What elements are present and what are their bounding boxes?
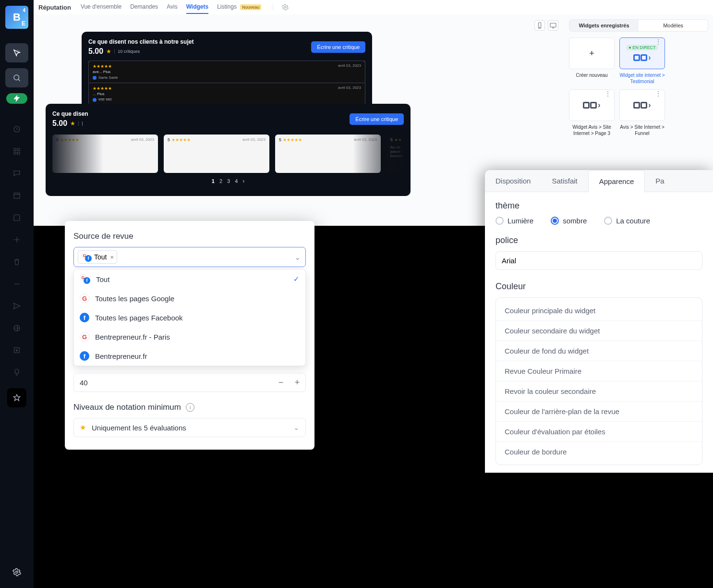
appearance-panel: Disposition Satisfait Apparence Pa thème…: [485, 170, 713, 473]
review-source-panel: Source de revue Gf Tout × ⌄ Gf Tout ✓ G …: [65, 221, 314, 450]
source-chip[interactable]: Gf Tout ×: [78, 250, 117, 264]
radio-dark[interactable]: sombre: [551, 217, 587, 225]
card-rating: 5: [168, 137, 170, 142]
review-card: 5 ★★★★★avril 03, 2023: [52, 135, 158, 173]
tab-more[interactable]: Pa: [645, 170, 675, 192]
google-facebook-icon: Gf: [80, 274, 90, 284]
tab-overview[interactable]: Vue d'ensemble: [81, 0, 121, 14]
tab-content[interactable]: Satisfait: [541, 170, 588, 192]
rating-value: Uniquement les 5 évaluations: [92, 424, 186, 432]
nav-calendar-icon[interactable]: [12, 191, 21, 200]
next-page-icon[interactable]: ›: [242, 178, 244, 184]
nav-sparkle-icon[interactable]: [12, 235, 21, 244]
more-icon[interactable]: ⋮: [655, 92, 662, 96]
option-all[interactable]: Gf Tout ✓: [74, 270, 305, 289]
color-row[interactable]: Couleur d'évaluation par étoiles: [496, 421, 702, 441]
nav-bolt-icon[interactable]: [6, 93, 27, 104]
font-input[interactable]: [495, 251, 702, 270]
color-row[interactable]: Revue Couleur Primaire: [496, 361, 702, 381]
mobile-preview-icon[interactable]: [534, 20, 545, 31]
star-icon: ★★★★★: [283, 137, 302, 142]
review-cards-row: 5 ★★★★★avril 03, 2023 5 ★★★★★avril 03, 2…: [52, 135, 404, 173]
color-row[interactable]: Couleur de fond du widget: [496, 341, 702, 361]
check-icon: ✓: [293, 275, 300, 283]
option-google-paris[interactable]: G Bentrepreneur.fr - Paris: [74, 327, 305, 346]
tab-reviews[interactable]: Avis: [167, 0, 177, 14]
option-facebook-bentr[interactable]: f Bentrepreneur.fr: [74, 346, 305, 366]
nav-cursor-icon[interactable]: [5, 43, 28, 62]
tab-listings[interactable]: Listings Nouveau: [217, 0, 261, 14]
color-row[interactable]: Couleur principale du widget: [496, 301, 702, 320]
review-row: ★★★★★ avril 03, 2023 ... Plus भरत भवर: [89, 83, 365, 106]
nav-grid-icon[interactable]: [12, 147, 21, 156]
nav-bulb-icon[interactable]: [12, 368, 21, 377]
nav-trash-icon[interactable]: [12, 257, 21, 266]
nav-download-icon[interactable]: [12, 346, 21, 355]
write-review-button[interactable]: Écrire une critique: [311, 41, 365, 53]
chevron-down-icon[interactable]: ⌄: [294, 253, 301, 262]
tab-appearance[interactable]: Apparence: [588, 170, 645, 192]
option-label: Tout: [96, 275, 109, 283]
page-1[interactable]: 1: [212, 178, 215, 184]
max-reviews-input[interactable]: [74, 374, 273, 392]
color-row[interactable]: Couleur secondaire du widget: [496, 320, 702, 341]
svg-rect-2: [14, 148, 16, 151]
decrement-button[interactable]: −: [273, 373, 289, 392]
option-google-all[interactable]: G Toutes les pages Google: [74, 289, 305, 308]
remove-chip-icon[interactable]: ×: [110, 254, 114, 261]
more-icon[interactable]: ⋮: [604, 92, 611, 96]
tab-layout[interactable]: Disposition: [485, 170, 541, 192]
svg-rect-3: [18, 148, 20, 151]
widget-card-create[interactable]: + Créer nouveau: [569, 37, 615, 85]
page-4[interactable]: 4: [235, 178, 238, 184]
color-heading: Couleur: [495, 282, 702, 292]
review-stars: ★★★★★: [93, 86, 361, 91]
rating-heading: Niveaux de notation minimum i: [73, 403, 306, 412]
option-facebook-all[interactable]: f Toutes les pages Facebook: [74, 308, 305, 327]
nav-globe-icon[interactable]: [12, 324, 21, 332]
increment-button[interactable]: +: [289, 373, 305, 392]
tab-registered-widgets[interactable]: Widgets enregistrés: [569, 20, 639, 31]
tab-templates[interactable]: Modèles: [639, 20, 708, 31]
topbar-settings-icon[interactable]: [273, 4, 289, 11]
widget-card-label: Widget site internet > Testimonial: [619, 72, 665, 85]
source-heading: Source de revue: [73, 232, 306, 241]
widget-type-icon: ›: [633, 101, 651, 110]
nav-send-icon[interactable]: [12, 302, 21, 310]
source-input[interactable]: [120, 253, 302, 261]
badge-new: Nouveau: [240, 4, 261, 10]
widget-type-icon: ›: [633, 53, 651, 62]
nav-search-icon[interactable]: [5, 68, 28, 87]
write-review-button[interactable]: Écrire une critique: [350, 113, 404, 125]
info-icon[interactable]: i: [186, 403, 194, 412]
nav-store-icon[interactable]: [12, 213, 21, 222]
nav-chat-icon[interactable]: [12, 169, 21, 178]
tab-widgets[interactable]: Widgets: [186, 0, 209, 14]
page-2[interactable]: 2: [219, 178, 222, 184]
source-combobox[interactable]: Gf Tout × ⌄: [73, 247, 306, 267]
color-row[interactable]: Revoir la couleur secondaire: [496, 381, 702, 401]
google-icon: G: [80, 294, 89, 303]
color-row[interactable]: Couleur de bordure: [496, 441, 702, 462]
color-row[interactable]: Couleur de l'arrière-plan de la revue: [496, 401, 702, 421]
widget-title: Ce que disen: [52, 110, 88, 117]
more-icon[interactable]: ⋮: [655, 40, 662, 44]
widget-card-funnel[interactable]: ⋮ › Avis > Site Internet > Funnel: [619, 89, 665, 136]
nav-minus-icon[interactable]: [12, 280, 21, 288]
nav-settings-icon[interactable]: [12, 568, 21, 578]
widget-card-testimonial[interactable]: ⋮ ● EN DIRECT › Widget site internet > T…: [619, 37, 665, 85]
pagination: 1 2 3 4 ›: [52, 178, 404, 184]
rating-select[interactable]: ★ Uniquement les 5 évaluations ⌄: [73, 418, 306, 437]
widget-card-page3[interactable]: ⋮ › Widget Avis > Site Internet > Page 3: [569, 89, 615, 136]
review-count: 10 critiques: [114, 49, 140, 54]
nav-dashboard-icon[interactable]: [12, 125, 21, 134]
card-date: avril 03, 2023: [354, 137, 377, 142]
widget-sidebar: Widgets enregistrés Modèles + Créer nouv…: [564, 15, 713, 140]
radio-light[interactable]: Lumière: [495, 217, 533, 225]
create-new-label: Créer nouveau: [576, 72, 607, 78]
nav-star-icon[interactable]: [7, 388, 26, 407]
desktop-preview-icon[interactable]: [548, 20, 558, 31]
tab-requests[interactable]: Demandes: [130, 0, 158, 14]
page-3[interactable]: 3: [227, 178, 230, 184]
radio-custom[interactable]: La couture: [604, 217, 650, 225]
